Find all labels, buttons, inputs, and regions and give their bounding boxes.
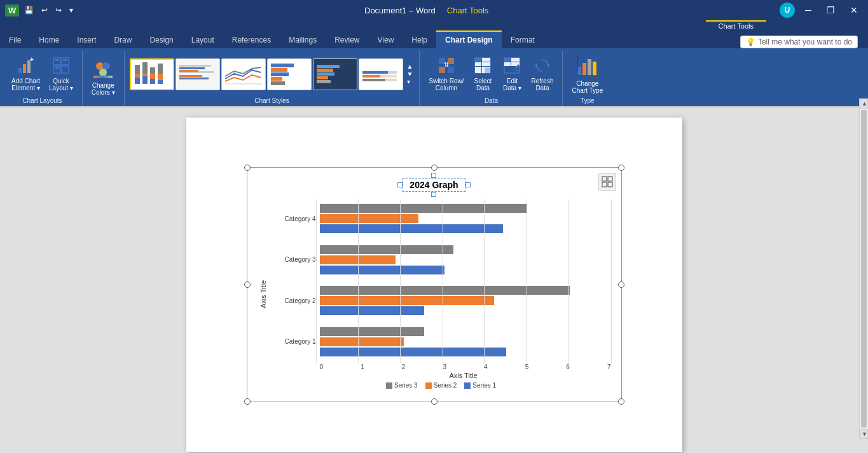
change-colors-icon <box>93 60 113 81</box>
refresh-data-button[interactable]: RefreshData <box>527 55 557 93</box>
ribbon: File Home Insert Draw Design Layout Refe… <box>0 30 868 106</box>
quick-layout-icon <box>52 57 70 76</box>
svg-rect-24 <box>150 79 155 84</box>
tab-help[interactable]: Help <box>403 32 436 48</box>
edit-data-label: EditData ▾ <box>503 78 521 91</box>
chart-style-3[interactable] <box>221 58 266 90</box>
user-avatar[interactable]: U <box>780 3 795 18</box>
select-data-button[interactable]: SelectData <box>469 55 497 93</box>
title-bar-controls: U ─ ❐ ✕ <box>777 3 863 18</box>
refresh-data-icon <box>534 57 551 76</box>
redo-button[interactable]: ↪ <box>53 4 64 16</box>
document-title: Document1 – Word Chart Tools <box>76 6 777 15</box>
svg-rect-87 <box>602 182 607 187</box>
tab-draw[interactable]: Draw <box>105 32 141 48</box>
group-data: ⇅ Switch Row/Column <box>422 51 563 106</box>
chart-plot-area: Axis Title <box>258 199 611 389</box>
tab-file[interactable]: File <box>0 32 30 48</box>
handle-bottom-right[interactable] <box>618 398 624 405</box>
scroll-down-button[interactable]: ▼ <box>406 71 415 78</box>
chart-layout-icon[interactable] <box>598 173 616 191</box>
tab-chart-design[interactable]: Chart Design <box>436 30 502 48</box>
category-3-bars <box>320 245 611 274</box>
scroll-down-arrow[interactable]: ▼ <box>860 429 868 439</box>
category-2-bars <box>320 286 611 315</box>
x-axis-title: Axis Title <box>272 372 611 379</box>
chart-style-5[interactable] <box>313 58 357 90</box>
legend-series1-dot <box>464 382 471 389</box>
handle-top-left[interactable] <box>244 165 251 171</box>
chart-style-6[interactable] <box>359 58 403 90</box>
title-handle-top[interactable] <box>431 173 436 178</box>
x-tick-3: 3 <box>443 363 446 370</box>
edit-data-button[interactable]: EditData ▾ <box>498 55 526 93</box>
tell-me-bar[interactable]: 💡 Tell me what you want to do <box>740 36 858 48</box>
tab-references[interactable]: References <box>223 32 280 48</box>
chart-style-4[interactable] <box>267 58 312 90</box>
chart-styles-container: ▲ ▼ ▾ <box>130 52 415 96</box>
tab-insert[interactable]: Insert <box>68 32 105 48</box>
close-button[interactable]: ✕ <box>845 3 863 18</box>
handle-bottom-left[interactable] <box>244 398 251 405</box>
restore-button[interactable]: ❐ <box>822 3 840 18</box>
svg-rect-50 <box>317 69 333 72</box>
scroll-up-arrow[interactable]: ▲ <box>860 107 868 109</box>
qa-dropdown[interactable]: ▾ <box>67 4 76 16</box>
svg-rect-0 <box>18 68 22 73</box>
quick-layout-button[interactable]: QuickLayout ▾ <box>45 55 77 93</box>
handle-bottom-center[interactable] <box>431 398 437 405</box>
save-button[interactable]: 💾 <box>22 4 36 16</box>
group-type: ChangeChart Type Type <box>565 51 612 106</box>
category-row-3: Category 3 <box>277 245 611 274</box>
tab-view[interactable]: View <box>369 32 403 48</box>
svg-rect-70 <box>485 68 490 73</box>
tab-layout[interactable]: Layout <box>183 32 223 48</box>
scroll-thumb[interactable] <box>861 110 867 428</box>
svg-rect-7 <box>62 66 69 73</box>
svg-rect-49 <box>317 65 340 68</box>
chart-style-2[interactable] <box>176 58 220 90</box>
chart-container[interactable]: 2024 Graph Axis Title <box>247 167 622 402</box>
svg-rect-57 <box>362 79 385 81</box>
chart-styles-group-label: Chart Styles <box>130 96 415 106</box>
title-handle-bottom[interactable] <box>431 192 436 197</box>
svg-rect-53 <box>362 71 388 74</box>
change-chart-type-button[interactable]: ChangeChart Type <box>568 52 607 96</box>
chart-tools-tab-label: Chart Tools <box>706 20 766 30</box>
svg-marker-78 <box>535 63 537 68</box>
cat4-series3-bar <box>320 204 527 213</box>
category-3-label: Category 3 <box>277 256 316 263</box>
switch-row-col-button[interactable]: ⇅ Switch Row/Column <box>425 55 467 93</box>
handle-middle-right[interactable] <box>618 281 624 288</box>
title-handle-right[interactable] <box>465 182 471 187</box>
x-tick-6: 6 <box>566 363 570 370</box>
type-group-label: Type <box>568 96 607 106</box>
select-data-icon <box>474 57 492 76</box>
tab-review[interactable]: Review <box>326 32 368 48</box>
svg-rect-6 <box>53 66 60 73</box>
add-chart-element-button[interactable]: + Add ChartElement ▾ <box>8 55 44 93</box>
chart-title[interactable]: 2024 Graph <box>403 178 465 192</box>
title-handle-left[interactable] <box>397 182 403 187</box>
scroll-up-button[interactable]: ▲ <box>406 63 415 70</box>
handle-middle-left[interactable] <box>244 281 251 288</box>
tab-home[interactable]: Home <box>30 32 68 48</box>
svg-rect-86 <box>608 177 612 181</box>
category-4-label: Category 4 <box>277 215 316 222</box>
handle-top-right[interactable] <box>618 165 624 171</box>
title-bar: W 💾 ↩ ↪ ▾ Document1 – Word Chart Tools U… <box>0 0 868 20</box>
scroll-more-button[interactable]: ▾ <box>406 78 415 85</box>
undo-button[interactable]: ↩ <box>39 4 50 16</box>
svg-rect-30 <box>179 78 209 79</box>
category-row-1: Category 1 <box>277 327 611 356</box>
handle-top-center[interactable] <box>431 165 437 171</box>
minimize-button[interactable]: ─ <box>800 3 816 18</box>
tab-mailings[interactable]: Mailings <box>280 32 326 48</box>
chart-style-1[interactable] <box>130 58 174 90</box>
chart-layouts-group-label: Chart Layouts <box>8 96 77 106</box>
tab-design[interactable]: Design <box>141 32 182 48</box>
tab-format[interactable]: Format <box>502 32 544 48</box>
change-colors-button[interactable]: ChangeColors ▾ <box>88 58 119 98</box>
svg-rect-17 <box>135 74 140 78</box>
cat4-series1-bar <box>320 224 504 233</box>
